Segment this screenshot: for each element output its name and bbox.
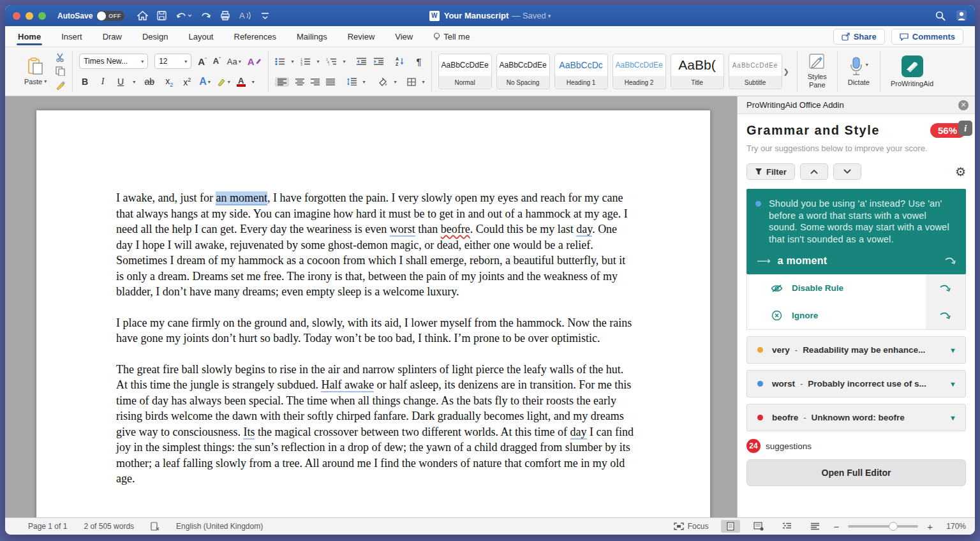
draft-view-button[interactable] (805, 520, 824, 533)
multilevel-caret-icon[interactable]: ▾ (343, 59, 346, 64)
settings-gear-icon[interactable]: ⚙ (955, 165, 966, 179)
align-left-button[interactable] (275, 77, 289, 87)
format-painter-icon[interactable] (56, 80, 66, 90)
tab-insert[interactable]: Insert (60, 27, 84, 45)
undo-icon[interactable] (176, 11, 191, 20)
highlight-button[interactable]: ▾ (217, 78, 230, 86)
paragraph[interactable]: The great fire ball slowly begins to ris… (116, 362, 634, 487)
marked-text-red[interactable]: beofre (441, 223, 470, 235)
paragraph[interactable]: I place my cane firmly on the ground and… (116, 315, 634, 346)
suggestion-row-beofre[interactable]: beofre-Unknown word: beofre▼ (746, 404, 966, 431)
word-count[interactable]: 2 of 505 words (84, 522, 134, 531)
justify-button[interactable] (326, 78, 335, 85)
style-title[interactable]: AaBb(Title (671, 54, 724, 89)
strikethrough-button[interactable]: ab (142, 77, 157, 87)
expand-caret-icon[interactable]: ▼ (949, 346, 956, 354)
change-case-button[interactable]: Aa ▾ (227, 57, 241, 66)
filter-button[interactable]: Filter (746, 163, 795, 180)
tab-tell-me[interactable]: Tell me (432, 27, 471, 45)
score-info-icon[interactable]: i (958, 121, 972, 136)
gallery-expand-icon[interactable]: ❯ (783, 68, 789, 76)
prowritingaid-button[interactable]: ProWritingAid (887, 52, 937, 91)
shading-button[interactable] (378, 78, 388, 86)
tab-layout[interactable]: Layout (187, 27, 214, 45)
page-indicator[interactable]: Page 1 of 1 (28, 522, 67, 531)
marked-text-blue[interactable]: worst (390, 223, 415, 237)
disable-rule-button[interactable]: Disable Rule (747, 274, 965, 302)
tab-draw[interactable]: Draw (101, 27, 123, 45)
text-effects-button[interactable]: A ▾ (199, 76, 211, 87)
tab-home[interactable]: Home (17, 27, 42, 45)
tab-design[interactable]: Design (141, 27, 169, 45)
apply-replacement-icon[interactable] (944, 256, 957, 265)
underline-caret-icon[interactable]: ▾ (133, 79, 135, 85)
language-indicator[interactable]: English (United Kingdom) (176, 522, 263, 531)
tab-mailings[interactable]: Mailings (295, 27, 329, 45)
shading-caret-icon[interactable]: ▾ (394, 79, 397, 85)
style-heading-2[interactable]: AaBbCcDdEeHeading 2 (612, 54, 666, 89)
marked-text-blue[interactable]: day (570, 426, 587, 440)
paste-button[interactable]: Paste▾ (20, 51, 50, 92)
grow-font-button[interactable]: Aˆ (198, 56, 207, 67)
home-icon[interactable] (137, 11, 148, 20)
close-window-button[interactable] (13, 12, 20, 20)
cut-icon[interactable] (56, 53, 66, 62)
borders-caret-icon[interactable]: ▾ (422, 79, 425, 85)
shrink-font-button[interactable]: Aˇ (213, 56, 221, 66)
zoom-out-button[interactable]: − (833, 521, 839, 532)
marked-text-sel[interactable]: an moment (216, 191, 267, 205)
bold-button[interactable]: B (79, 77, 91, 87)
clear-formatting-button[interactable]: A (248, 56, 262, 67)
customize-toolbar-icon[interactable] (261, 11, 269, 20)
copy-icon[interactable] (56, 66, 66, 76)
line-spacing-caret-icon[interactable]: ▾ (363, 79, 366, 85)
font-color-button[interactable]: A (237, 77, 246, 87)
align-right-button[interactable] (311, 78, 320, 85)
sort-button[interactable]: AZ (396, 57, 405, 66)
zoom-slider[interactable] (848, 525, 918, 528)
align-center-button[interactable] (295, 78, 304, 85)
focus-button[interactable]: Focus (674, 522, 709, 531)
search-icon[interactable] (935, 11, 946, 21)
tab-review[interactable]: Review (346, 27, 376, 45)
line-spacing-button[interactable] (346, 78, 357, 85)
autosave-switch[interactable]: OFF (96, 11, 124, 21)
print-layout-view-button[interactable] (721, 520, 740, 533)
font-color-caret-icon[interactable]: ▾ (252, 79, 255, 85)
autosave-toggle[interactable]: AutoSave OFF (57, 11, 124, 21)
style-subtitle[interactable]: AaBbCcDdEeSubtitle (729, 54, 782, 89)
share-button[interactable]: Share (833, 29, 885, 45)
marked-text-blue[interactable]: Half awake (321, 378, 373, 392)
read-aloud-icon[interactable]: A (239, 11, 252, 20)
bullets-button[interactable] (275, 57, 285, 66)
multilevel-list-button[interactable]: 1ai (326, 57, 337, 66)
expand-caret-icon[interactable]: ▼ (949, 380, 956, 388)
style-normal[interactable]: AaBbCcDdEeNormal (438, 54, 492, 89)
expand-caret-icon[interactable]: ▼ (949, 414, 956, 422)
decrease-indent-button[interactable] (356, 57, 367, 65)
styles-pane-button[interactable]: StylesPane (804, 52, 831, 91)
tab-references[interactable]: References (233, 27, 278, 45)
zoom-window-button[interactable] (38, 12, 46, 20)
paragraph[interactable]: I awake, and, just for an moment, I have… (116, 190, 634, 300)
action-apply-strip[interactable] (926, 274, 965, 302)
marked-text-blue[interactable]: Its (243, 426, 255, 440)
borders-button[interactable] (407, 78, 416, 86)
web-layout-view-button[interactable] (749, 520, 768, 533)
ignore-button[interactable]: Ignore (747, 302, 965, 329)
style-no-spacing[interactable]: AaBbCcDdEeNo Spacing (496, 54, 550, 89)
style-heading-1[interactable]: AaBbCcDcHeading 1 (554, 54, 608, 89)
subscript-button[interactable]: x2 (163, 76, 175, 88)
dictate-button[interactable]: ▾ Dictate (844, 52, 873, 91)
title-caret-icon[interactable]: ▾ (548, 13, 551, 19)
outline-view-button[interactable] (777, 520, 796, 533)
account-avatar-icon[interactable] (956, 10, 967, 21)
active-suggestion-card[interactable]: Should you be using 'a' instead? Use 'an… (746, 189, 966, 274)
redo-icon[interactable] (200, 11, 211, 20)
superscript-button[interactable]: x2 (181, 77, 193, 87)
zoom-slider-knob[interactable] (889, 522, 898, 531)
previous-suggestion-button[interactable] (800, 163, 828, 180)
dictate-caret-icon[interactable]: ▾ (866, 62, 868, 68)
font-size-select[interactable]: 12▾ (154, 54, 191, 69)
tab-view[interactable]: View (394, 27, 414, 45)
